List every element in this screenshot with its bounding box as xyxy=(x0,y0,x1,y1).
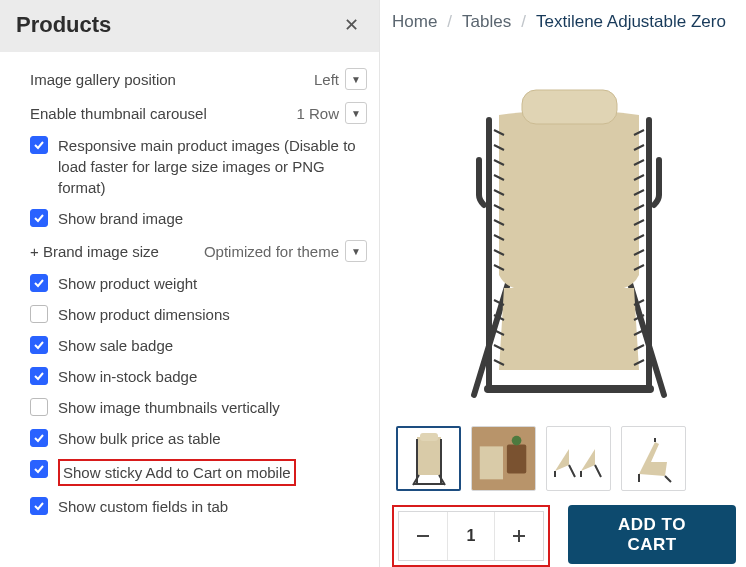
checkbox-bulk-price[interactable]: Show bulk price as table xyxy=(30,423,367,454)
checkbox-icon[interactable] xyxy=(30,460,48,478)
checkbox-label: Show image thumbnails vertically xyxy=(58,397,280,418)
svg-rect-2 xyxy=(417,437,441,475)
field-label: Enable thumbnail carousel xyxy=(30,105,296,122)
minus-icon xyxy=(415,528,431,544)
field-label: + Brand image size xyxy=(30,243,204,260)
checkbox-label: Show product weight xyxy=(58,273,197,294)
checkbox-label: Show product dimensions xyxy=(58,304,230,325)
svg-rect-11 xyxy=(518,530,520,542)
chevron-down-icon[interactable]: ▼ xyxy=(345,102,367,124)
thumbnail-4[interactable] xyxy=(621,426,686,491)
checkbox-label: Show sale badge xyxy=(58,335,173,356)
checkbox-icon[interactable] xyxy=(30,336,48,354)
breadcrumb-sep: / xyxy=(521,12,526,32)
checkbox-label: Show in-stock badge xyxy=(58,366,197,387)
svg-rect-4 xyxy=(414,483,444,485)
close-icon[interactable]: ✕ xyxy=(340,10,363,40)
checkbox-icon[interactable] xyxy=(30,209,48,227)
breadcrumb-sep: / xyxy=(447,12,452,32)
checkbox-thumbnails-vertical[interactable]: Show image thumbnails vertically xyxy=(30,392,367,423)
checkbox-sticky-add-to-cart[interactable]: Show sticky Add to Cart on mobile xyxy=(30,454,367,491)
checkbox-instock-badge[interactable]: Show in-stock badge xyxy=(30,361,367,392)
svg-rect-9 xyxy=(417,535,429,537)
checkbox-label: Show custom fields in tab xyxy=(58,496,228,517)
quantity-stepper: 1 xyxy=(398,511,544,561)
checkbox-icon[interactable] xyxy=(30,305,48,323)
checkbox-custom-fields[interactable]: Show custom fields in tab xyxy=(30,491,367,522)
svg-point-8 xyxy=(512,436,522,446)
add-to-cart-button[interactable]: ADD TO CART xyxy=(568,505,736,564)
field-thumb-carousel: Enable thumbnail carousel 1 Row ▼ xyxy=(30,96,367,130)
checkbox-icon[interactable] xyxy=(30,274,48,292)
checkbox-brand-image[interactable]: Show brand image xyxy=(30,203,367,234)
checkbox-icon[interactable] xyxy=(30,367,48,385)
thumbnail-3[interactable] xyxy=(546,426,611,491)
panel-body: Image gallery position Left ▼ Enable thu… xyxy=(0,52,379,532)
plus-icon xyxy=(511,528,527,544)
chevron-down-icon[interactable]: ▼ xyxy=(345,68,367,90)
field-label: Image gallery position xyxy=(30,71,314,88)
quantity-value: 1 xyxy=(447,512,495,560)
checkbox-icon[interactable] xyxy=(30,497,48,515)
checkbox-label: Responsive main product images (Disable … xyxy=(58,135,367,198)
thumbnail-row xyxy=(392,420,746,505)
svg-rect-3 xyxy=(420,433,438,441)
breadcrumb: Home / Tables / Textilene Adjustable Zer… xyxy=(392,10,746,40)
checkbox-icon[interactable] xyxy=(30,429,48,447)
increment-button[interactable] xyxy=(495,512,543,560)
field-gallery-position: Image gallery position Left ▼ xyxy=(30,62,367,96)
breadcrumb-tables[interactable]: Tables xyxy=(462,12,511,32)
checkbox-icon[interactable] xyxy=(30,398,48,416)
field-value: 1 Row xyxy=(296,105,339,122)
checkbox-product-weight[interactable]: Show product weight xyxy=(30,268,367,299)
panel-header: Products ✕ xyxy=(0,0,379,52)
checkbox-label: Show sticky Add to Cart on mobile xyxy=(63,464,291,481)
svg-rect-0 xyxy=(484,385,654,393)
checkbox-label: Show bulk price as table xyxy=(58,428,221,449)
checkbox-sale-badge[interactable]: Show sale badge xyxy=(30,330,367,361)
svg-rect-6 xyxy=(480,446,503,479)
thumbnail-2[interactable] xyxy=(471,426,536,491)
product-preview: Home / Tables / Textilene Adjustable Zer… xyxy=(380,0,746,567)
chair-icon xyxy=(444,50,694,410)
field-brand-image-size: + Brand image size Optimized for theme ▼ xyxy=(30,234,367,268)
panel-title: Products xyxy=(16,12,111,38)
thumbnail-1[interactable] xyxy=(396,426,461,491)
checkbox-icon[interactable] xyxy=(30,136,48,154)
field-value: Left xyxy=(314,71,339,88)
field-value: Optimized for theme xyxy=(204,243,339,260)
checkbox-responsive-images[interactable]: Responsive main product images (Disable … xyxy=(30,130,367,203)
checkbox-label: Show brand image xyxy=(58,208,183,229)
main-product-image xyxy=(392,40,746,420)
svg-rect-7 xyxy=(507,444,526,473)
cart-controls: 1 ADD TO CART xyxy=(392,505,746,567)
highlight-box: Show sticky Add to Cart on mobile xyxy=(58,459,296,486)
settings-panel: Products ✕ Image gallery position Left ▼… xyxy=(0,0,380,567)
decrement-button[interactable] xyxy=(399,512,447,560)
breadcrumb-home[interactable]: Home xyxy=(392,12,437,32)
chevron-down-icon[interactable]: ▼ xyxy=(345,240,367,262)
svg-rect-1 xyxy=(522,90,617,124)
quantity-highlight: 1 xyxy=(392,505,550,567)
breadcrumb-current: Textilene Adjustable Zero xyxy=(536,12,726,32)
checkbox-product-dimensions[interactable]: Show product dimensions xyxy=(30,299,367,330)
